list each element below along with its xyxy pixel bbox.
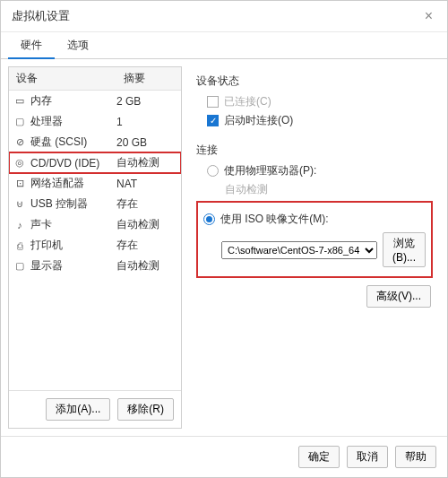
connect-at-power-on-label: 启动时连接(O) (224, 113, 293, 128)
physical-drive-value: 自动检测 (225, 182, 433, 197)
use-iso-label: 使用 ISO 映像文件(M): (220, 212, 329, 227)
use-iso-radio-row[interactable]: 使用 ISO 映像文件(M): (203, 212, 426, 227)
table-row[interactable]: ⊍ USB 控制器 存在 (9, 194, 181, 214)
device-summary: 自动检测 (116, 217, 181, 232)
iso-group: 使用 ISO 映像文件(M): C:\software\CentOS-7-x86… (196, 201, 433, 278)
device-summary: 自动检测 (116, 258, 181, 274)
cancel-button[interactable]: 取消 (347, 446, 388, 468)
tab-options[interactable]: 选项 (55, 32, 101, 58)
table-row[interactable]: ▭ 内存 2 GB (9, 91, 181, 111)
table-row[interactable]: ▢ 显示器 自动检测 (9, 256, 181, 276)
printer-icon: ⎙ (13, 240, 27, 251)
col-summary: 摘要 (116, 67, 181, 90)
device-summary: 存在 (116, 196, 181, 212)
sound-icon: ♪ (13, 220, 27, 230)
titlebar: 虚拟机设置 × (1, 1, 447, 32)
checkbox-icon (207, 96, 219, 108)
add-button[interactable]: 添加(A)... (46, 398, 110, 421)
table-row[interactable]: ⊘ 硬盘 (SCSI) 20 GB (9, 132, 181, 152)
tab-bar: 硬件 选项 (1, 32, 447, 59)
connection-label: 连接 (196, 143, 433, 158)
device-summary: 20 GB (116, 136, 181, 149)
col-device: 设备 (9, 67, 116, 90)
device-list: 设备 摘要 ▭ 内存 2 GB ▢ 处理器 1 ⊘ 硬盘 (SCSI) 20 G… (9, 67, 181, 390)
advanced-button[interactable]: 高级(V)... (366, 285, 431, 308)
device-name: CD/DVD (IDE) (30, 157, 116, 169)
radio-icon (207, 165, 219, 177)
device-name: 处理器 (30, 114, 116, 129)
iso-path-select[interactable]: C:\software\CentOS-7-x86_64 (221, 241, 377, 259)
disk-icon: ⊘ (13, 136, 27, 148)
device-name: USB 控制器 (30, 196, 116, 212)
device-name: 网络适配器 (30, 176, 116, 191)
list-header: 设备 摘要 (9, 67, 181, 91)
table-row[interactable]: ⎙ 打印机 存在 (9, 235, 181, 256)
usb-icon: ⊍ (13, 198, 27, 210)
checkbox-icon: ✓ (207, 115, 219, 126)
device-name: 硬盘 (SCSI) (30, 135, 116, 150)
device-name: 内存 (30, 93, 116, 109)
device-name: 显示器 (30, 258, 116, 274)
display-icon: ▢ (13, 260, 27, 272)
device-panel: 设备 摘要 ▭ 内存 2 GB ▢ 处理器 1 ⊘ 硬盘 (SCSI) 20 G… (8, 66, 182, 429)
memory-icon: ▭ (13, 95, 27, 107)
device-summary: 自动检测 (116, 155, 181, 170)
device-summary: 2 GB (116, 95, 181, 108)
network-icon: ⊡ (13, 178, 27, 189)
ok-button[interactable]: 确定 (298, 446, 340, 468)
device-summary: NAT (116, 178, 181, 190)
device-summary: 1 (116, 116, 181, 128)
window-title: 虚拟机设置 (12, 8, 70, 24)
connected-checkbox-row: 已连接(C) (207, 94, 433, 109)
table-row[interactable]: ▢ 处理器 1 (9, 111, 181, 132)
cd-icon: ◎ (13, 157, 27, 169)
device-name: 声卡 (30, 217, 116, 232)
tab-hardware[interactable]: 硬件 (8, 32, 55, 58)
cpu-icon: ▢ (13, 116, 27, 127)
use-physical-radio-row[interactable]: 使用物理驱动器(P): (207, 163, 433, 178)
connected-label: 已连接(C) (224, 94, 271, 109)
radio-icon (203, 213, 215, 225)
device-name: 打印机 (30, 238, 116, 253)
table-row[interactable]: ♪ 声卡 自动检测 (9, 214, 181, 235)
help-button[interactable]: 帮助 (395, 446, 436, 468)
device-status-label: 设备状态 (196, 74, 433, 89)
connect-at-power-on-row[interactable]: ✓ 启动时连接(O) (207, 113, 433, 128)
close-icon[interactable]: × (421, 8, 436, 24)
use-physical-label: 使用物理驱动器(P): (224, 163, 316, 178)
table-row[interactable]: ⊡ 网络适配器 NAT (9, 173, 181, 194)
table-row[interactable]: ◎ CD/DVD (IDE) 自动检测 (9, 152, 181, 173)
device-summary: 存在 (116, 238, 181, 253)
dialog-footer: 确定 取消 帮助 (1, 436, 447, 477)
settings-panel: 设备状态 已连接(C) ✓ 启动时连接(O) 连接 使用物理驱动器(P): 自动… (189, 66, 440, 429)
remove-button[interactable]: 移除(R) (117, 398, 174, 421)
browse-button[interactable]: 浏览(B)... (383, 232, 426, 267)
